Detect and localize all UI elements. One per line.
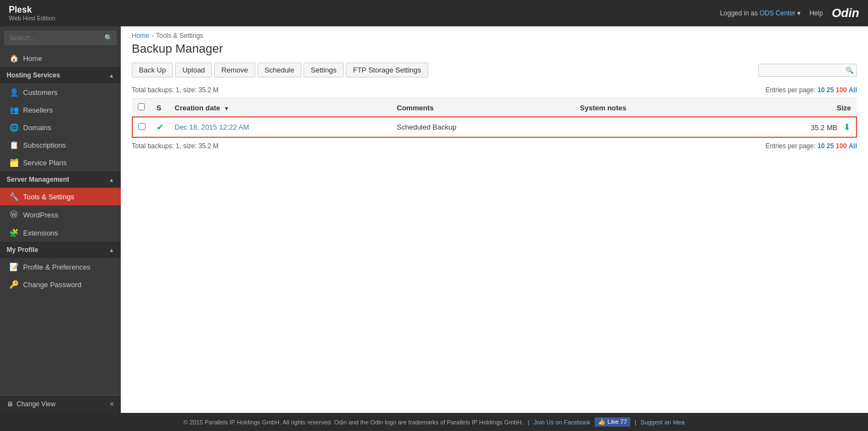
table-search-icon: 🔍 [845, 66, 854, 74]
row-comments-cell: Scheduled Backup [391, 117, 575, 137]
sidebar-item-customers[interactable]: 👤 Customers [0, 83, 121, 101]
schedule-button[interactable]: Schedule [257, 63, 301, 77]
backup-button[interactable]: Back Up [132, 63, 173, 77]
header-creation-date[interactable]: Creation date ▼ [169, 99, 391, 117]
upload-button[interactable]: Upload [175, 63, 212, 77]
row-system-notes-cell [574, 117, 723, 137]
entries-label: Entries per page: [765, 86, 815, 94]
logged-in-info: Logged in as ODS Center ▾ [720, 9, 800, 17]
hosting-section-label: Hosting Services [7, 71, 60, 79]
sidebar-item-service-plans[interactable]: 🗂️ Service Plans [0, 154, 121, 171]
row-date-cell: Dec 18, 2015 12:22 AM [169, 117, 391, 137]
hosting-chevron: ▲ [109, 72, 114, 79]
entries-100-bottom[interactable]: 100 [836, 142, 847, 150]
toolbar: Back Up Upload Remove Schedule Settings … [121, 63, 868, 84]
search-icon: 🔍 [104, 34, 113, 42]
total-backups-top: Total backups: 1, size: 35.2 M [132, 86, 219, 94]
entries-all-bottom[interactable]: All [849, 142, 857, 150]
entries-25[interactable]: 25 [827, 86, 834, 94]
entries-100[interactable]: 100 [836, 86, 847, 94]
breadcrumb-current: Tools & Settings [156, 32, 203, 40]
row-size-value: 35.2 MB [811, 124, 837, 132]
wordpress-label: WordPress [23, 211, 58, 219]
sidebar-search-area: 🔍 [0, 26, 121, 49]
user-menu[interactable]: ODS Center [760, 9, 796, 17]
main-layout: 🔍 🏠 Home Hosting Services ▲ 👤 Customers … [0, 26, 868, 413]
help-link[interactable]: Help [809, 9, 823, 17]
profile-chevron: ▲ [109, 247, 114, 253]
sidebar-section-server[interactable]: Server Management ▲ [0, 171, 121, 188]
sidebar: 🔍 🏠 Home Hosting Services ▲ 👤 Customers … [0, 26, 121, 413]
service-plans-icon: 🗂️ [9, 158, 19, 167]
entries-10[interactable]: 10 [817, 86, 825, 94]
backup-date-link[interactable]: Dec 18, 2015 12:22 AM [175, 123, 249, 131]
monitor-icon: 🖥 [7, 400, 13, 408]
sidebar-item-resellers[interactable]: 👥 Resellers [0, 101, 121, 119]
breadcrumb-sep: › [152, 32, 154, 40]
service-plans-label: Service Plans [23, 159, 66, 167]
sidebar-item-subscriptions[interactable]: 📋 Subscriptions [0, 136, 121, 154]
suggest-link[interactable]: Suggest an Idea [641, 419, 685, 426]
page-title: Backup Manager [121, 40, 868, 63]
settings-button[interactable]: Settings [304, 63, 344, 77]
brand-subtitle: Web Host Edition [9, 15, 55, 21]
top-header: Plesk Web Host Edition Logged in as ODS … [0, 0, 868, 26]
header-system-notes: System notes [574, 99, 723, 117]
sidebar-item-domains[interactable]: 🌐 Domains [0, 119, 121, 136]
entries-per-page-bottom: Entries per page: 10 25 100 All [765, 142, 857, 150]
table-search-input[interactable] [758, 64, 857, 77]
entries-label-bottom: Entries per page: [765, 142, 815, 150]
remove-button[interactable]: Remove [214, 63, 255, 77]
sidebar-item-extensions[interactable]: 🧩 Extensions [0, 224, 121, 242]
sidebar-item-profile-preferences[interactable]: 📝 Profile & Preferences [0, 258, 121, 276]
subscriptions-label: Subscriptions [23, 141, 66, 149]
table-info-top: Total backups: 1, size: 35.2 M Entries p… [121, 84, 868, 98]
tools-icon: 🔧 [9, 192, 19, 201]
entries-10-bottom[interactable]: 10 [817, 142, 825, 150]
status-ok-icon: ✔ [156, 122, 164, 132]
select-all-checkbox[interactable] [138, 103, 145, 110]
customers-icon: 👤 [9, 88, 19, 97]
brand-title: Plesk [9, 5, 55, 15]
sidebar-item-change-password[interactable]: 🔑 Change Password [0, 276, 121, 293]
sidebar-section-profile[interactable]: My Profile ▲ [0, 242, 121, 258]
row-checkbox[interactable] [138, 123, 145, 130]
odin-logo: Odin [832, 6, 859, 20]
home-icon: 🏠 [9, 54, 19, 63]
search-input[interactable] [4, 31, 116, 45]
sidebar-home-label: Home [23, 54, 42, 63]
fb-like-badge: 👍 Like 77 [595, 417, 630, 427]
row-status-cell: ✔ [151, 117, 169, 137]
sidebar-bottom: 🖥 Change View × [0, 395, 121, 413]
change-password-label: Change Password [23, 281, 81, 289]
change-password-icon: 🔑 [9, 280, 19, 289]
row-size-cell: 35.2 MB ⬇ [724, 117, 856, 137]
like-count: 77 [620, 418, 627, 425]
resellers-label: Resellers [23, 106, 53, 114]
entries-25-bottom[interactable]: 25 [827, 142, 834, 150]
sidebar-section-hosting[interactable]: Hosting Services ▲ [0, 67, 121, 83]
change-view-button[interactable]: 🖥 Change View [7, 400, 55, 408]
join-fb-link[interactable]: Join Us on Facebook [534, 419, 590, 426]
change-view-label: Change View [16, 400, 55, 408]
extensions-icon: 🧩 [9, 228, 19, 237]
content-area: Home › Tools & Settings Backup Manager B… [121, 26, 868, 413]
entries-all[interactable]: All [849, 86, 857, 94]
sidebar-item-home[interactable]: 🏠 Home [0, 49, 121, 67]
close-sidebar-button[interactable]: × [110, 400, 114, 408]
breadcrumb-home[interactable]: Home [132, 32, 149, 40]
footer-copyright: © 2015 Parallels IP Holdings GmbH. All r… [183, 419, 523, 426]
server-chevron: ▲ [109, 177, 114, 183]
entries-per-page-top: Entries per page: 10 25 100 All [765, 86, 857, 94]
table-row: ✔ Dec 18, 2015 12:22 AM Scheduled Backup… [132, 117, 856, 137]
total-backups-bottom: Total backups: 1, size: 35.2 M [132, 142, 219, 150]
download-icon[interactable]: ⬇ [843, 122, 850, 132]
header-checkbox-col [132, 99, 151, 117]
ftp-storage-button[interactable]: FTP Storage Settings [346, 63, 428, 77]
domains-label: Domains [23, 124, 51, 132]
sidebar-item-wordpress[interactable]: Ⓦ WordPress [0, 205, 121, 224]
subscriptions-icon: 📋 [9, 141, 19, 149]
profile-pref-icon: 📝 [9, 262, 19, 271]
extensions-label: Extensions [23, 229, 58, 237]
sidebar-item-tools-settings[interactable]: 🔧 Tools & Settings [0, 188, 121, 205]
